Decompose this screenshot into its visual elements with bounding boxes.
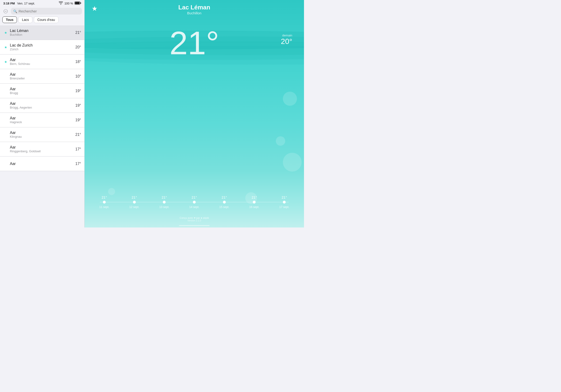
list-item[interactable]: Aar Klingnau 21° bbox=[0, 127, 84, 142]
chart-col: 21° bbox=[192, 195, 197, 199]
list-item[interactable]: Aar Brugg 19° bbox=[0, 84, 84, 98]
lake-temp: 20° bbox=[76, 45, 81, 49]
list-item-info: Aar Brienzwiler bbox=[10, 72, 76, 80]
lake-sub: Brienzwiler bbox=[10, 76, 76, 80]
lake-sub: Bern, Schönau bbox=[10, 62, 76, 65]
filter-lacs[interactable]: Lacs bbox=[18, 16, 32, 23]
chart-dot bbox=[103, 201, 106, 204]
lake-name: Aar bbox=[10, 116, 76, 120]
chart-temp: 21° bbox=[192, 195, 197, 199]
list-item-info: Aar Ringgenberg, Goldswil bbox=[10, 145, 76, 153]
bubble-decoration bbox=[276, 136, 285, 146]
lake-temp: 17° bbox=[76, 162, 81, 166]
lake-sub: Zürich bbox=[10, 47, 76, 51]
chart-dot bbox=[163, 201, 166, 204]
list-item[interactable]: ★ Lac Léman Buchillon 21° bbox=[0, 25, 84, 40]
detail-lake-name: Lac Léman bbox=[178, 4, 210, 11]
tomorrow-temp: 20° bbox=[281, 37, 292, 46]
main-temperature: 21° bbox=[169, 27, 219, 59]
footer-credit: Conçu avec ♥ par ● atipik Version 2.1.0 bbox=[180, 217, 209, 222]
status-right: 100 % bbox=[59, 1, 81, 5]
search-bar-row: 🔍 bbox=[0, 6, 84, 16]
header-title-block: Lac Léman Buchillon bbox=[178, 4, 210, 15]
chart-temps-row: 21° 21° 21° 21° 21° 21° 21° bbox=[89, 195, 299, 199]
lake-temp: 19° bbox=[76, 118, 81, 122]
lake-sub: Ringgenberg, Goldswil bbox=[10, 150, 76, 153]
lake-sub: Brügg, Aegerten bbox=[10, 106, 76, 109]
lake-name: Aar bbox=[10, 87, 76, 91]
bubble-decoration bbox=[108, 188, 115, 195]
tomorrow-label: demain bbox=[281, 34, 292, 37]
left-panel: 3:18 PM Ven. 17 sept. 100 % bbox=[0, 0, 85, 228]
credit-text: Conçu avec ♥ par ● atipik bbox=[180, 217, 209, 219]
list-item-info: Aar Hagneck bbox=[10, 116, 76, 124]
chart-dates-row: 11 sept. 12 sept. 13 sept. 14 sept. 15 s… bbox=[89, 205, 299, 209]
chart-dot bbox=[283, 201, 286, 204]
right-panel: ★ Lac Léman Buchillon 21° demain 20° 21°… bbox=[85, 0, 304, 228]
chart-col: 21° bbox=[131, 195, 137, 199]
chart-date: 13 sept. bbox=[159, 205, 169, 209]
status-date: Ven. 17 sept. bbox=[17, 2, 35, 5]
list-item-info: Lac de Zurich Zürich bbox=[10, 43, 76, 51]
chart-col: 21° bbox=[162, 195, 167, 199]
status-left: 3:18 PM Ven. 17 sept. bbox=[3, 2, 35, 5]
lake-name: Aar bbox=[10, 58, 76, 62]
filter-row: Tous Lacs Cours d'eau bbox=[0, 16, 84, 25]
list-item[interactable]: Aar Hagneck 19° bbox=[0, 113, 84, 127]
lake-sub: Buchillon bbox=[10, 33, 76, 36]
home-indicator bbox=[179, 225, 210, 226]
list-item[interactable]: ★ Aar Bern, Schönau 18° bbox=[0, 54, 84, 69]
search-field[interactable]: 🔍 bbox=[11, 8, 82, 15]
chart-dots-row bbox=[89, 201, 299, 204]
search-input[interactable] bbox=[19, 9, 80, 13]
chart-col: 21° bbox=[102, 195, 107, 199]
list-item[interactable]: ★ Lac de Zurich Zürich 20° bbox=[0, 40, 84, 54]
lake-name: Aar bbox=[10, 101, 76, 106]
list-item[interactable]: Aar 17° bbox=[0, 156, 84, 171]
chart-temp: 21° bbox=[102, 195, 107, 199]
detail-header: ★ Lac Léman Buchillon bbox=[85, 0, 304, 12]
svg-rect-2 bbox=[75, 2, 80, 4]
wifi-icon bbox=[59, 1, 63, 5]
chart-temp: 21° bbox=[162, 195, 167, 199]
chart-date: 14 sept. bbox=[189, 205, 199, 209]
list-item[interactable]: Aar Brügg, Aegerten 19° bbox=[0, 98, 84, 113]
chart-temp: 21° bbox=[222, 195, 227, 199]
bubble-decoration bbox=[283, 92, 297, 106]
bubble-decoration bbox=[283, 153, 302, 172]
list-item-info: Aar Brügg, Aegerten bbox=[10, 101, 76, 109]
chart-temp: 21° bbox=[252, 195, 257, 199]
chart-col: 21° bbox=[282, 195, 287, 199]
lake-name: Lac Léman bbox=[10, 29, 76, 33]
chart-date: 12 sept. bbox=[129, 205, 139, 209]
chart-date: 17 sept. bbox=[279, 205, 290, 209]
star-icon: ★ bbox=[3, 31, 8, 34]
version-text: Version 2.1.0 bbox=[180, 219, 209, 222]
lake-name: Aar bbox=[10, 131, 76, 135]
status-bar: 3:18 PM Ven. 17 sept. 100 % bbox=[0, 0, 84, 6]
back-button[interactable] bbox=[2, 8, 9, 15]
chart-col: 21° bbox=[252, 195, 257, 199]
temp-display: 21° demain 20° bbox=[85, 27, 304, 59]
chart-date: 11 sept. bbox=[99, 205, 109, 209]
lake-temp: 17° bbox=[76, 147, 81, 151]
list-item[interactable]: Aar Brienzwiler 10° bbox=[0, 69, 84, 84]
list-item-info: Lac Léman Buchillon bbox=[10, 29, 76, 36]
chart-date: 16 sept. bbox=[249, 205, 259, 209]
lake-sub: Hagneck bbox=[10, 120, 76, 124]
list-container: ★ Lac Léman Buchillon 21° ★ Lac de Zuric… bbox=[0, 25, 84, 228]
battery-percent: 100 % bbox=[64, 2, 73, 5]
lake-name: Aar bbox=[10, 145, 76, 150]
lake-temp: 21° bbox=[76, 132, 81, 137]
filter-cours[interactable]: Cours d'eau bbox=[34, 16, 58, 23]
chart-dot bbox=[133, 201, 136, 204]
chart-temp: 21° bbox=[131, 195, 137, 199]
search-icon: 🔍 bbox=[13, 9, 17, 13]
favorite-button[interactable]: ★ bbox=[92, 5, 97, 12]
filter-tous[interactable]: Tous bbox=[2, 16, 17, 23]
chart-dot bbox=[253, 201, 256, 204]
chart-temp: 21° bbox=[282, 195, 287, 199]
chart-dot bbox=[223, 201, 226, 204]
list-item[interactable]: Aar Ringgenberg, Goldswil 17° bbox=[0, 142, 84, 156]
list-item-info: Aar Bern, Schönau bbox=[10, 58, 76, 65]
